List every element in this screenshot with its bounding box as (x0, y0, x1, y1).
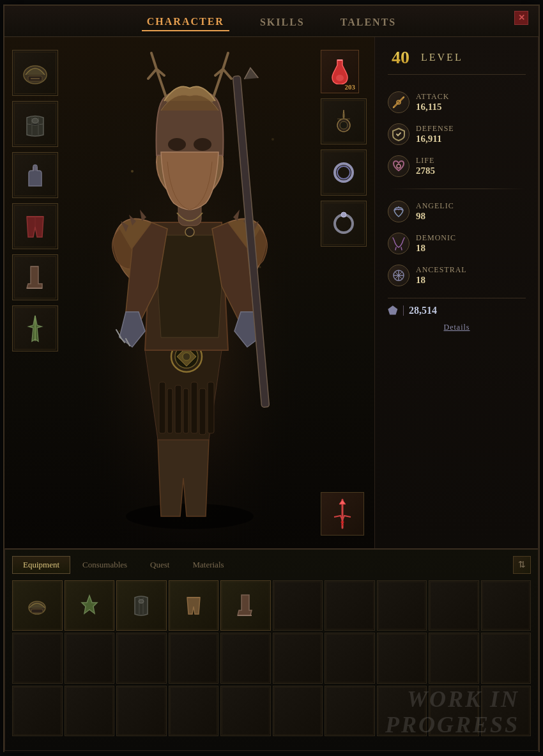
svg-point-6 (340, 121, 348, 129)
inv-cell-3[interactable] (169, 580, 219, 631)
offhand-icon (19, 312, 51, 344)
stat-row-attack: Attack 16,115 (388, 88, 526, 117)
ancestral-value: 18 (416, 275, 467, 286)
sort-button[interactable]: ⇅ (513, 556, 531, 574)
life-info: Life 2785 (416, 156, 435, 176)
inv-item-4-icon (233, 592, 258, 618)
inv-cell-5[interactable] (273, 580, 323, 631)
inv-item-1-icon (77, 592, 102, 618)
svg-point-11 (341, 212, 346, 217)
svg-point-31 (259, 266, 261, 268)
equipment-slots-right: 203 (321, 50, 367, 247)
stat-row-ancestral: Ancestral 18 (388, 261, 526, 290)
stat-row-demonic: Demonic 18 (388, 229, 526, 258)
slot-off-hand-weapon[interactable] (12, 305, 58, 351)
tab-talents[interactable]: TALENTS (335, 14, 402, 31)
inv-item-3-icon (181, 592, 206, 618)
svg-point-47 (139, 599, 144, 603)
weapon-icon (328, 498, 357, 530)
tab-equipment[interactable]: Equipment (12, 556, 70, 574)
inv-cell-13[interactable] (169, 633, 219, 684)
currency-icon: ⬟ (388, 304, 398, 318)
inv-cell-29[interactable] (481, 686, 532, 737)
stat-row-angelic: Angelic 98 (388, 197, 526, 226)
svg-line-38 (395, 98, 402, 106)
pants-icon (19, 210, 51, 242)
demonic-value: 18 (416, 243, 456, 254)
slot-pants[interactable] (12, 203, 58, 249)
details-link[interactable]: Details (388, 323, 526, 332)
game-window: CHARACTER SKILLS TALENTS ✕ (3, 4, 540, 752)
inv-cell-26[interactable] (325, 686, 375, 737)
svg-point-10 (335, 215, 353, 233)
stat-divider (388, 189, 526, 189)
svg-point-26 (168, 138, 186, 151)
inv-cell-18[interactable] (429, 633, 479, 684)
close-button[interactable]: ✕ (514, 11, 528, 25)
inv-cell-27[interactable] (377, 686, 427, 737)
level-number: 40 (388, 47, 413, 68)
inv-cell-11[interactable] (65, 633, 115, 684)
potion-count: 203 (345, 83, 356, 91)
inv-cell-22[interactable] (116, 686, 167, 737)
tab-character[interactable]: CHARACTER (142, 13, 229, 31)
inv-cell-24[interactable] (220, 686, 271, 737)
angelic-icon (388, 201, 409, 222)
currency-divider (403, 305, 404, 316)
inv-cell-4[interactable] (220, 580, 271, 631)
inv-cell-0[interactable] (12, 580, 63, 631)
svg-rect-46 (31, 609, 43, 613)
inv-cell-19[interactable] (481, 633, 532, 684)
inv-cell-25[interactable] (273, 686, 323, 737)
svg-rect-19 (199, 389, 206, 435)
inv-cell-9[interactable] (481, 580, 532, 631)
ancestral-label: Ancestral (416, 265, 467, 275)
inv-cell-16[interactable] (325, 633, 375, 684)
ring2-icon (330, 210, 358, 238)
slot-boots[interactable] (12, 254, 58, 300)
inv-cell-2[interactable] (116, 580, 167, 631)
slot-ring2[interactable] (321, 201, 367, 247)
character-viewport: 203 (4, 37, 375, 548)
svg-point-0 (24, 66, 47, 84)
svg-point-5 (337, 119, 350, 132)
svg-point-8 (335, 164, 353, 181)
inv-cell-12[interactable] (116, 633, 167, 684)
slot-gloves[interactable] (12, 152, 58, 198)
tab-quest[interactable]: Quest (139, 556, 180, 574)
inv-cell-8[interactable] (429, 580, 479, 631)
angelic-value: 98 (416, 211, 454, 222)
tab-skills[interactable]: SKILLS (255, 14, 310, 31)
slot-weapon[interactable] (321, 492, 364, 536)
inv-cell-20[interactable] (12, 686, 63, 737)
inv-cell-28[interactable] (429, 686, 479, 737)
inv-cell-23[interactable] (169, 686, 219, 737)
inv-cell-15[interactable] (273, 633, 323, 684)
equipment-slots-left (12, 50, 58, 351)
inv-cell-14[interactable] (220, 633, 271, 684)
inv-cell-10[interactable] (12, 633, 63, 684)
svg-rect-1 (28, 76, 42, 81)
slot-helm[interactable] (12, 50, 58, 96)
stat-row-defense: Defense 16,911 (388, 120, 526, 149)
slot-potion[interactable]: 203 (321, 50, 359, 93)
svg-point-40 (397, 164, 401, 168)
defense-label: Defense (416, 124, 454, 134)
inv-cell-6[interactable] (325, 580, 375, 631)
tab-consumables[interactable]: Consumables (72, 556, 138, 574)
life-icon (388, 155, 409, 177)
inv-cell-21[interactable] (65, 686, 115, 737)
svg-rect-18 (191, 382, 197, 433)
attack-label: Attack (416, 92, 449, 102)
level-label: LEVEL (421, 52, 463, 63)
slot-amulet[interactable] (321, 98, 367, 144)
inv-cell-17[interactable] (377, 633, 427, 684)
slot-ring1[interactable] (321, 150, 367, 196)
inv-cell-7[interactable] (377, 580, 427, 631)
tab-materials[interactable]: Materials (181, 556, 234, 574)
svg-point-4 (336, 75, 344, 81)
inv-cell-1[interactable] (65, 580, 115, 631)
svg-rect-16 (175, 385, 181, 433)
stat-row-life: Life 2785 (388, 151, 526, 181)
slot-chest[interactable] (12, 101, 58, 147)
